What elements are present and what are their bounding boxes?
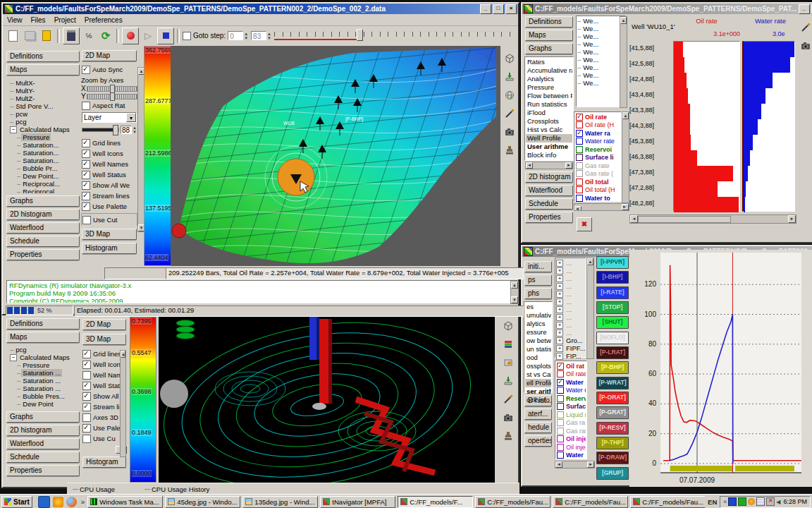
sidebar-profile-section[interactable]: Properties (525, 212, 573, 223)
expander-icon[interactable]: − (10, 354, 17, 361)
sidebar-profile-section[interactable]: Schedule (525, 198, 573, 210)
expander-icon[interactable]: + (556, 291, 563, 298)
graphs-list-scrollbar-h[interactable]: ◄► (525, 162, 573, 169)
tree-item[interactable]: ‒Saturation... (17, 149, 80, 157)
tray-green-app-icon[interactable] (738, 497, 746, 506)
well-list-item[interactable]: ‒We... (577, 32, 625, 40)
series-item[interactable]: Gas rate (575, 162, 620, 170)
checkbox[interactable] (82, 181, 90, 190)
sidebar-graphs-section[interactable]: hedule (524, 422, 552, 433)
layer-select[interactable]: Layer▼ (82, 112, 137, 123)
sidebar-main-section[interactable]: 2D histogram (6, 209, 80, 220)
expander-icon[interactable]: + (556, 337, 563, 344)
menu-files[interactable]: Files (27, 16, 50, 25)
tray-volume-icon[interactable]: ◀ (776, 499, 780, 505)
series-item[interactable]: Water (556, 378, 586, 387)
series-scrollbar-h[interactable]: ◄ ► (555, 461, 595, 468)
taskbar-task[interactable]: 135deg.jpg - Wind... (242, 496, 318, 508)
list-item[interactable]: essure (525, 328, 551, 337)
well-list-item[interactable]: ‒We... (577, 40, 625, 48)
expander-icon[interactable]: + (556, 329, 563, 337)
sidebar-3d-section[interactable]: Definitions (6, 318, 80, 329)
series-checkbox[interactable] (576, 195, 583, 202)
checkbox-row[interactable]: Well Icons (81, 148, 137, 159)
cube-icon[interactable] (501, 318, 515, 334)
use-cut-checkbox[interactable] (82, 216, 91, 224)
well-control-button[interactable]: [P-GRAT] (596, 406, 629, 419)
checkbox-row[interactable]: Stream lines (81, 190, 137, 201)
panel-footer-0[interactable]: 3D Map (82, 229, 137, 240)
profile-scrollbar-h[interactable]: ◄ ► (629, 214, 796, 224)
camera-icon[interactable] (503, 123, 517, 140)
tree-item[interactable]: −Calculated Maps (10, 126, 80, 133)
sidebar-main-section[interactable]: Waterflood (6, 222, 80, 234)
sidebar-graphs-section[interactable]: ps (524, 274, 552, 286)
series-item[interactable]: Surface li (575, 154, 620, 162)
tray-orange-app-icon[interactable] (748, 498, 755, 505)
well-list-scrollbar[interactable]: ▲ (620, 16, 627, 108)
tree-item[interactable]: +... (556, 321, 585, 329)
checkbox[interactable] (82, 403, 91, 411)
sidebar-graphs-section[interactable]: initi... (524, 261, 552, 272)
checkbox[interactable] (82, 382, 91, 390)
panel-header-2d-map[interactable]: 2D Map (82, 50, 137, 61)
series-item[interactable]: Oil rate (H (575, 121, 620, 130)
list-item[interactable]: Analytics (526, 75, 572, 83)
tree-item[interactable]: ‒Bubble Pres... (17, 392, 80, 400)
expander-icon[interactable]: + (556, 353, 563, 360)
slider-thumb[interactable] (357, 29, 363, 41)
series-item[interactable]: Liquid r (556, 411, 586, 419)
expander-icon[interactable]: + (556, 306, 563, 313)
well-list-item[interactable]: ‒We... (577, 17, 625, 25)
series-item[interactable]: Water r (556, 387, 586, 395)
series-checkbox[interactable] (576, 114, 583, 121)
sidebar-profile-section[interactable]: 2D histogram (525, 171, 573, 183)
checkbox-row[interactable]: Show All We (81, 180, 137, 190)
tree-item[interactable]: ‒pcg (10, 118, 80, 126)
series-checklist[interactable]: Oil ratOil rateWaterWater rReservSurfacL… (555, 361, 587, 459)
goto-step-checkbox[interactable] (183, 32, 191, 40)
record-button[interactable] (122, 28, 139, 44)
tree-item[interactable]: ‒Saturation ... (17, 377, 80, 385)
well-list-item[interactable]: ‒We... (577, 71, 625, 79)
tree-item[interactable]: +FIP... (556, 352, 585, 360)
expander-icon[interactable]: − (10, 126, 17, 133)
checkbox[interactable] (82, 371, 91, 380)
stop-button[interactable] (157, 28, 174, 44)
sidebar-profile-section[interactable]: Maps (525, 30, 573, 41)
axis-slider-thumb[interactable] (110, 92, 115, 101)
layers-icon[interactable] (501, 336, 515, 353)
sidebar-3d-section[interactable]: Maps (6, 332, 80, 343)
taskbar-task[interactable]: C:/FF_models/Fau... (475, 496, 550, 508)
titlebar[interactable]: C:/FF_models/FaultsForSpeMarch2009/DemoS… (3, 4, 518, 14)
well-control-button[interactable]: [P-DRAW] (596, 452, 629, 464)
checkbox[interactable] (82, 424, 91, 433)
quick-launch-browser-icon[interactable] (66, 497, 77, 507)
series-checkbox[interactable] (557, 403, 564, 410)
tray-network-error-icon[interactable]: ✕ (766, 497, 775, 506)
sidebar-profile-section[interactable]: Waterflood (525, 185, 573, 196)
camera-icon[interactable] (501, 409, 515, 426)
start-button[interactable]: Start (1, 496, 32, 508)
series-item[interactable]: Reserv (556, 394, 586, 403)
scrollbar[interactable]: ▲ (120, 350, 126, 456)
sidebar-profile-section[interactable]: Definitions (525, 16, 573, 28)
taskbar-task[interactable]: 45deg.jpg - Windo... (165, 496, 240, 508)
tree-item[interactable]: ‒Saturation... (17, 141, 80, 149)
checkbox-row[interactable]: Well Names (81, 159, 137, 169)
checkbox[interactable] (82, 361, 91, 369)
tree-item[interactable]: +FIPF... (556, 344, 585, 352)
tree-item[interactable]: −Calculated Maps (10, 353, 80, 361)
minimize-button[interactable]: _ (480, 4, 491, 14)
expander-icon[interactable]: + (556, 345, 563, 352)
well-control-button[interactable]: [P-WRAT] (596, 377, 629, 389)
well-list-item[interactable]: ‒We... (577, 48, 625, 56)
series-checkbox[interactable] (576, 162, 583, 169)
copy-button[interactable] (22, 28, 37, 44)
series-checkbox[interactable] (557, 363, 564, 370)
sidebar-main-section[interactable]: Maps (6, 64, 80, 75)
series-checkbox[interactable] (576, 138, 583, 145)
list-item[interactable]: umulativ (525, 311, 551, 320)
log-view[interactable]: RFDynamics (R) simulator tNavigator-3.xP… (6, 280, 518, 303)
list-item[interactable]: st vs Calc (525, 370, 551, 379)
